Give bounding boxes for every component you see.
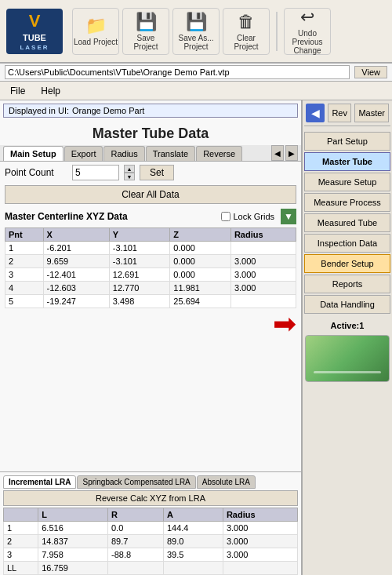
cell-pnt: 5 [5, 295, 44, 308]
lra-col-pnt [4, 508, 38, 522]
save-as-icon: 💾 [186, 12, 207, 32]
cell-pnt: 3 [5, 268, 44, 282]
cell-y: 12.770 [109, 282, 170, 295]
lra-cell-l: 16.759 [38, 562, 108, 575]
data-table-title: Master Centerline XYZ Data [5, 211, 128, 222]
lra-tabs: Incremental LRA Springback Compensated L… [3, 475, 298, 489]
reverse-calc-button[interactable]: Reverse Calc XYZ from LRA [3, 490, 298, 506]
lra-cell-r: 0.0 [107, 522, 163, 535]
table-row[interactable]: 4-12.60312.77011.9813.000 [5, 282, 296, 295]
active-badge: Active:1 [304, 319, 390, 332]
down-arrow-button[interactable]: ▼ [281, 209, 296, 224]
tab-main-setup[interactable]: Main Setup [3, 146, 64, 161]
spin-up[interactable]: ▲ [124, 165, 135, 173]
tab-scroll-right[interactable]: ▶ [285, 145, 298, 161]
rev-button[interactable]: Rev [328, 104, 351, 122]
table-header-row: Pnt X Y Z Radius [5, 228, 296, 242]
lra-tab-incremental[interactable]: Incremental LRA [3, 475, 76, 489]
table-row[interactable]: 29.659-3.1010.0003.000 [5, 255, 296, 268]
lra-section: Incremental LRA Springback Compensated L… [0, 471, 301, 575]
lra-cell-pnt: 2 [4, 535, 38, 548]
undo-button[interactable]: ↩ UndoPreviousChange [284, 8, 331, 55]
col-z: Z [170, 228, 231, 242]
set-button[interactable]: Set [140, 165, 174, 180]
main-layout: Displayed in UI: Orange Demo Part Master… [0, 100, 392, 575]
cell-radius: 3.000 [230, 282, 296, 295]
nav-btn-measure-setup[interactable]: Measure Setup [304, 173, 390, 191]
menubar: File Help [0, 82, 392, 100]
save-project-button[interactable]: 💾 SaveProject [122, 8, 169, 55]
master-button[interactable]: Master [354, 104, 389, 122]
cell-radius: 3.000 [230, 268, 296, 282]
nav-btn-reports[interactable]: Reports [304, 275, 390, 293]
lra-cell-r [107, 562, 163, 575]
nav-btn-measured-tube[interactable]: Measured Tube [304, 213, 390, 232]
lra-col-r: R [107, 508, 163, 522]
nav-btn-measure-process[interactable]: Measure Process [304, 193, 390, 212]
point-count-input[interactable] [72, 165, 119, 180]
lra-tbody: 16.5160.0144.43.000214.83789.789.03.0003… [4, 522, 298, 575]
cell-radius [230, 295, 296, 308]
cell-radius [230, 242, 296, 255]
clear-icon: 🗑 [238, 12, 255, 32]
left-panel: Displayed in UI: Orange Demo Part Master… [0, 100, 302, 575]
red-arrow-container: ➡ [5, 310, 296, 338]
tab-translate[interactable]: Translate [146, 146, 195, 161]
cell-x: -12.603 [43, 282, 109, 295]
help-menu[interactable]: Help [34, 83, 67, 99]
master-tube-title: Master Tube Data [0, 121, 301, 145]
lra-tab-absolute[interactable]: Absolute LRA [197, 475, 256, 489]
clear-all-data-button[interactable]: Clear All Data [5, 185, 296, 204]
point-count-spinner: ▲ ▼ [124, 165, 135, 180]
thumbnail [305, 335, 390, 382]
table-row[interactable]: 1-6.201-3.1010.000 [5, 242, 296, 255]
lra-table-row[interactable]: 16.5160.0144.43.000 [4, 522, 298, 535]
nav-btn-part-setup[interactable]: Part Setup [304, 132, 390, 151]
cell-y: -3.101 [109, 255, 170, 268]
back-arrow-button[interactable]: ◀ [306, 104, 325, 122]
cell-x: -6.201 [43, 242, 109, 255]
tab-export[interactable]: Export [64, 146, 103, 161]
file-menu[interactable]: File [3, 83, 32, 99]
right-top-row: ◀ Rev Master [304, 104, 390, 126]
cell-pnt: 4 [5, 282, 44, 295]
nav-btn-data-handling[interactable]: Data Handling [304, 295, 390, 314]
load-project-button[interactable]: 📁 Load Project [72, 8, 119, 55]
path-input[interactable] [5, 65, 350, 79]
spin-down[interactable]: ▼ [124, 173, 135, 180]
lra-table-row[interactable]: LL16.759 [4, 562, 298, 575]
lra-table-row[interactable]: 214.83789.789.03.000 [4, 535, 298, 548]
nav-btn-inspection-data[interactable]: Inspection Data [304, 234, 390, 253]
data-table-section: Master Centerline XYZ Data Lock Grids ▼ … [0, 206, 301, 471]
cell-pnt: 1 [5, 242, 44, 255]
lra-tab-springback[interactable]: Springback Compensated LRA [77, 475, 195, 489]
cell-y: 3.498 [109, 295, 170, 308]
lock-grids-checkbox[interactable] [221, 212, 230, 221]
save-as-project-button[interactable]: 💾 Save As...Project [172, 8, 220, 55]
col-y: Y [109, 228, 170, 242]
view-button[interactable]: View [354, 66, 387, 78]
cell-radius: 3.000 [230, 255, 296, 268]
table-row[interactable]: 5-19.2473.49825.694 [5, 295, 296, 308]
lra-cell-pnt: 1 [4, 522, 38, 535]
lra-table-row[interactable]: 37.958-88.839.53.000 [4, 548, 298, 562]
nav-buttons: Part SetupMaster TubeMeasure SetupMeasur… [304, 131, 390, 315]
tab-radius[interactable]: Radius [103, 146, 144, 161]
col-pnt: Pnt [5, 228, 44, 242]
nav-btn-bender-setup[interactable]: Bender Setup [304, 254, 390, 273]
table-row[interactable]: 3-12.40112.6910.0003.000 [5, 268, 296, 282]
lra-cell-a: 39.5 [163, 548, 223, 562]
lra-cell-l: 6.516 [38, 522, 108, 535]
displayed-value: Orange Demo Part [72, 106, 144, 115]
cell-z: 25.694 [170, 295, 231, 308]
clear-project-button[interactable]: 🗑 ClearProject [223, 8, 270, 55]
nav-btn-master-tube[interactable]: Master Tube [304, 152, 390, 171]
load-icon: 📁 [85, 16, 107, 36]
cell-y: -3.101 [109, 242, 170, 255]
tab-scroll-left[interactable]: ◀ [271, 145, 284, 161]
tab-reverse[interactable]: Reverse [196, 146, 242, 161]
lra-cell-pnt: LL [4, 562, 38, 575]
point-count-row: Point Count ▲ ▼ Set [0, 162, 301, 184]
lra-cell-radius: 3.000 [223, 535, 297, 548]
lra-cell-radius: 3.000 [223, 522, 297, 535]
